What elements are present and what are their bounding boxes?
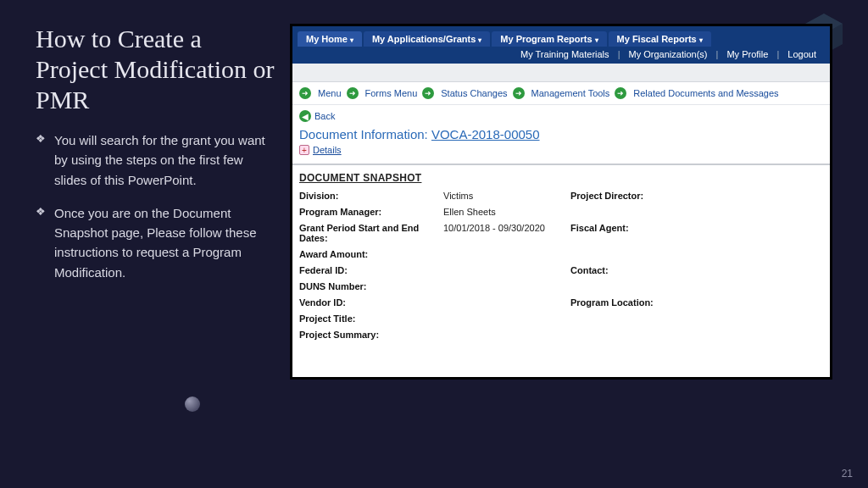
field-value: 10/01/2018 - 09/30/2020	[443, 223, 570, 243]
menu-link-forms[interactable]: Forms Menu	[365, 88, 418, 98]
field-label: Project Title:	[299, 313, 443, 324]
details-row: + Details	[292, 143, 830, 160]
decorative-moon-icon	[185, 396, 200, 412]
field-label: Project Director:	[570, 191, 672, 201]
field-value	[672, 297, 823, 308]
separator: |	[618, 49, 620, 59]
field-label: Contact:	[570, 265, 672, 275]
field-value	[672, 265, 823, 275]
field-value	[443, 249, 570, 259]
tab-my-fiscal-reports[interactable]: My Fiscal Reports▾	[609, 31, 711, 47]
field-value: Ellen Sheets	[443, 207, 570, 217]
chevron-down-icon: ▾	[350, 36, 353, 44]
tab-label: My Program Reports	[500, 34, 592, 44]
bullet-list: You will search for the grant you want b…	[36, 130, 278, 282]
doc-info-label: Document Information:	[299, 127, 428, 141]
menu-link-related[interactable]: Related Documents and Messages	[633, 88, 778, 98]
field-label: Vendor ID:	[299, 297, 443, 308]
chevron-down-icon: ▾	[478, 36, 481, 44]
arrow-circle-icon: ➜	[615, 87, 626, 99]
expand-plus-icon[interactable]: +	[299, 145, 309, 155]
util-link-training[interactable]: My Training Materials	[520, 49, 609, 59]
util-link-organizations[interactable]: My Organization(s)	[629, 49, 708, 59]
util-link-profile[interactable]: My Profile	[726, 49, 768, 59]
arrow-circle-icon: ➜	[347, 87, 359, 99]
chevron-down-icon: ▾	[699, 36, 703, 44]
back-link[interactable]: Back	[314, 111, 335, 121]
action-menu-row: ➜Menu ➜Forms Menu ➜Status Changes ➜Manag…	[292, 82, 830, 105]
field-value	[443, 281, 570, 291]
menu-link-mgmt[interactable]: Management Tools	[531, 88, 610, 98]
field-label: Project Summary:	[299, 330, 443, 340]
slide-title: How to Create a Project Modification or …	[36, 24, 278, 115]
utility-bar: My Training Materials | My Organization(…	[292, 47, 830, 64]
field-label: Award Amount:	[299, 249, 443, 259]
slide-number: 21	[842, 468, 853, 480]
separator: |	[776, 49, 779, 59]
tab-label: My Applications/Grants	[372, 34, 476, 44]
arrow-circle-icon: ➜	[422, 87, 434, 99]
field-value	[443, 297, 570, 308]
field-label: DUNS Number:	[299, 281, 443, 291]
chevron-down-icon: ▾	[595, 36, 598, 44]
document-info-header: Document Information: VOCA-2018-00050	[292, 127, 830, 143]
field-label: Grant Period Start and End Dates:	[299, 223, 443, 243]
tab-label: My Home	[306, 34, 348, 44]
arrow-circle-icon: ➜	[513, 87, 525, 99]
left-column: How to Create a Project Modification or …	[36, 24, 290, 488]
gray-spacer-bar	[292, 64, 830, 82]
snapshot-title: DOCUMENT SNAPSHOT	[299, 172, 823, 184]
field-value	[672, 191, 823, 201]
details-link[interactable]: Details	[313, 145, 342, 155]
field-value	[443, 330, 570, 340]
field-label: Division:	[299, 191, 443, 201]
field-value	[443, 313, 570, 324]
field-value	[672, 223, 823, 243]
tab-label: My Fiscal Reports	[617, 34, 697, 44]
field-value: Victims	[443, 191, 570, 201]
back-arrow-icon: ◀	[299, 110, 311, 122]
primary-tabstrip: My Home▾ My Applications/Grants▾ My Prog…	[292, 26, 830, 47]
menu-link-status[interactable]: Status Changes	[441, 88, 507, 98]
back-row: ◀ Back	[292, 105, 830, 127]
field-value	[443, 265, 570, 275]
field-label: Program Manager:	[299, 207, 443, 217]
bullet-item: You will search for the grant you want b…	[36, 130, 278, 190]
bullet-item: Once you are on the Document Snapshot pa…	[36, 203, 278, 282]
field-label: Federal ID:	[299, 265, 443, 275]
arrow-circle-icon: ➜	[299, 87, 311, 99]
slide-container: How to Create a Project Modification or …	[0, 0, 868, 488]
tab-my-home[interactable]: My Home▾	[298, 31, 362, 47]
util-link-logout[interactable]: Logout	[787, 49, 816, 59]
field-label: Program Location:	[570, 297, 672, 308]
field-label: Fiscal Agent:	[570, 223, 672, 243]
document-snapshot-section: DOCUMENT SNAPSHOT Division: Victims Proj…	[292, 165, 830, 347]
embedded-app-screenshot: My Home▾ My Applications/Grants▾ My Prog…	[290, 24, 832, 380]
separator: |	[716, 49, 719, 59]
doc-id-link[interactable]: VOCA-2018-00050	[431, 127, 540, 141]
snapshot-grid: Division: Victims Project Director: Prog…	[299, 191, 823, 340]
menu-link-menu[interactable]: Menu	[318, 88, 342, 98]
right-column: My Home▾ My Applications/Grants▾ My Prog…	[290, 24, 868, 488]
tab-my-applications-grants[interactable]: My Applications/Grants▾	[364, 31, 490, 47]
tab-my-program-reports[interactable]: My Program Reports▾	[492, 31, 606, 47]
